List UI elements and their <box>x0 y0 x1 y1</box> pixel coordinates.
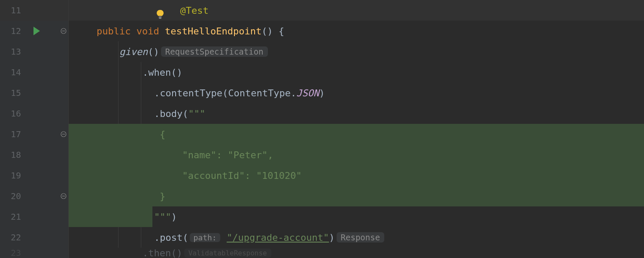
run-test-icon[interactable] <box>33 27 40 35</box>
code-line[interactable]: @Test <box>69 0 644 21</box>
code-line[interactable]: } <box>69 186 644 206</box>
gutter-row[interactable]: 16 <box>0 103 68 124</box>
line-number: 23 <box>0 248 24 258</box>
line-number: 13 <box>0 46 24 57</box>
editor-gutter: 11 12 13 14 15 16 17 18 19 20 21 22 23 <box>0 0 69 258</box>
annotation-token: @Test <box>180 5 208 16</box>
gutter-row[interactable]: 14 <box>0 62 68 83</box>
code-line[interactable]: .body(""" <box>69 103 644 124</box>
string-token: { <box>160 129 165 140</box>
method-call-token: when() <box>148 67 182 78</box>
line-number: 20 <box>0 191 24 201</box>
code-line[interactable]: .when() <box>69 62 644 83</box>
line-number: 17 <box>0 129 24 139</box>
code-line[interactable]: .post(path: "/upgrade-account") Response <box>69 227 644 248</box>
gutter-row[interactable]: 18 <box>0 144 68 165</box>
code-line[interactable]: given() RequestSpecification <box>69 41 644 62</box>
method-call-token: post( <box>160 232 188 243</box>
method-name-token: testHelloEndpoint <box>165 26 261 37</box>
punct-token: () <box>148 46 159 57</box>
code-line[interactable]: """) <box>69 206 644 227</box>
string-url-token: "/upgrade-account" <box>227 232 329 243</box>
gutter-row[interactable]: 15 <box>0 83 68 103</box>
dot-token: . <box>154 232 160 243</box>
keyword-token: public <box>97 26 137 37</box>
gutter-row[interactable]: 21 <box>0 206 68 227</box>
inlay-param-hint[interactable]: path: <box>190 233 220 242</box>
fold-collapse-icon[interactable] <box>61 28 67 34</box>
method-call-token: body( <box>160 108 188 119</box>
gutter-row[interactable]: 12 <box>0 21 68 41</box>
line-number: 18 <box>0 150 24 160</box>
dot-token: . <box>154 88 160 98</box>
editor-content[interactable]: @Test public void testHelloEndpoint() { … <box>69 0 644 258</box>
inlay-type-hint[interactable]: RequestSpecification <box>161 46 268 57</box>
code-line[interactable]: .contentType(ContentType.JSON) <box>69 83 644 103</box>
gutter-row[interactable]: 23 <box>0 248 68 258</box>
inlay-type-hint[interactable]: Response <box>337 232 385 243</box>
line-number: 19 <box>0 170 24 181</box>
line-number: 11 <box>0 5 24 15</box>
string-token: """ <box>188 108 205 119</box>
line-number: 22 <box>0 232 24 243</box>
gutter-row[interactable]: 11 <box>0 0 68 21</box>
string-token: } <box>160 191 165 202</box>
gutter-row[interactable]: 19 <box>0 165 68 186</box>
punct-token: () { <box>261 26 284 37</box>
dot-token: . <box>143 67 148 78</box>
string-token: "accountId": "101020" <box>171 170 302 181</box>
string-token: "name": "Peter", <box>171 150 273 160</box>
gutter-row[interactable]: 13 <box>0 41 68 62</box>
enum-token: JSON <box>296 88 319 98</box>
gutter-row[interactable]: 20 <box>0 186 68 206</box>
svg-rect-7 <box>159 18 161 18</box>
code-line[interactable]: "name": "Peter", <box>69 144 644 165</box>
punct-token: ) <box>319 88 325 98</box>
gutter-row[interactable]: 17 <box>0 124 68 144</box>
line-number: 21 <box>0 212 24 222</box>
method-call-token: contentType(ContentType. <box>160 88 296 98</box>
fold-expand-icon[interactable] <box>61 193 67 199</box>
code-line[interactable]: "accountId": "101020" <box>69 165 644 186</box>
keyword-token: void <box>137 26 165 37</box>
line-number: 12 <box>0 26 24 36</box>
line-number: 15 <box>0 88 24 98</box>
method-call-token: given <box>119 46 148 57</box>
punct-token: ) <box>171 212 177 222</box>
fold-collapse-icon[interactable] <box>61 131 67 137</box>
svg-rect-6 <box>159 16 162 17</box>
line-number: 16 <box>0 108 24 119</box>
line-number: 14 <box>0 67 24 77</box>
string-token: """ <box>154 212 171 222</box>
code-line[interactable]: { <box>69 124 644 144</box>
punct-token: ) <box>329 232 334 243</box>
code-line[interactable]: .then()ValidatableResponse <box>69 248 644 258</box>
dot-token: . <box>154 108 160 119</box>
gutter-row[interactable]: 22 <box>0 227 68 248</box>
